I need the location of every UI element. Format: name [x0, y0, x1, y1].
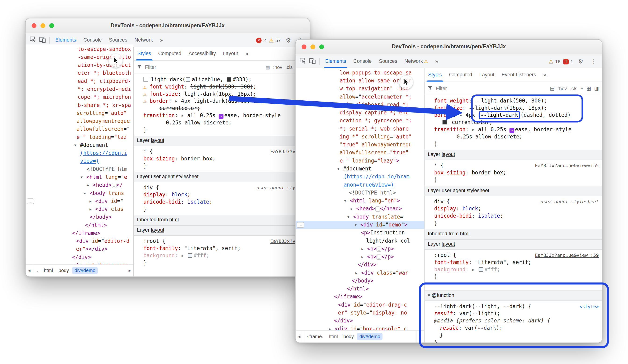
dom-tree-line[interactable]: ▸ <p>…</p> [296, 253, 424, 261]
dom-tree-line[interactable]: to-escape-sandbox [26, 45, 134, 53]
tab-console[interactable]: Console [350, 55, 375, 68]
dom-tree-line[interactable]: ▾ #document [296, 165, 424, 173]
window-titlebar[interactable]: DevTools - codepen.io/bramus/pen/EaYBJJx [26, 18, 310, 33]
warning-count[interactable]: 16 [555, 59, 560, 64]
breadcrumb-scroll-left-icon[interactable]: ◂ [26, 265, 33, 276]
more-tabs-button[interactable]: » [242, 47, 252, 61]
dom-tree-line[interactable]: </div> [26, 253, 134, 261]
class-toggle-button[interactable]: .cls [570, 86, 577, 91]
settings-gear-icon[interactable]: ⚙ [576, 58, 585, 65]
breadcrumb-scroll-right-icon[interactable]: ▸ [416, 331, 424, 343]
styles-section-header[interactable]: Layer layout [134, 225, 310, 236]
css-line[interactable]: } [434, 177, 599, 184]
dom-tree-line[interactable]: </iframe> [296, 293, 424, 301]
breadcrumb-item[interactable]: div#demo [357, 333, 383, 340]
device-toolbar-icon[interactable] [38, 36, 47, 44]
css-line[interactable]: } [434, 339, 599, 343]
rule-source-link[interactable]: user agent stylesheet [541, 198, 599, 205]
dom-tree-line[interactable]: display-capture *; enc [296, 109, 424, 117]
css-line[interactable]: unicode-bidi: isolate; [434, 212, 599, 220]
dom-tree-line[interactable]: *; serial *; web-share [296, 125, 424, 133]
css-line[interactable]: transition: ▸ all 0.25s ~ease, border-st… [434, 126, 599, 133]
tab-elements[interactable]: Elements [321, 55, 350, 68]
css-line[interactable]: background: ▸ #fff; [434, 266, 599, 273]
inspect-element-icon[interactable] [28, 36, 38, 44]
tab-event-listeners[interactable]: Event Listeners [498, 68, 540, 81]
maximize-button[interactable] [49, 23, 54, 28]
dom-tree-line[interactable]: ▸ <div clas [26, 205, 134, 213]
css-line[interactable]: transition: ▸ all 0.25s ~ease, border-st… [144, 112, 307, 119]
css-line[interactable]: display: block; [434, 205, 599, 212]
css-line[interactable]: } [434, 332, 599, 339]
styles-section-header[interactable]: Layer user agent stylesheet [134, 172, 310, 182]
css-line[interactable]: } [434, 220, 599, 227]
more-tabs-button[interactable]: » [540, 68, 550, 81]
dom-tree-line[interactable]: </html> [296, 285, 424, 293]
styles-section-header[interactable]: ▾ @function [425, 291, 602, 301]
close-button[interactable] [302, 44, 307, 49]
dom-tree-line[interactable]: e " loading="laz [26, 133, 134, 141]
layers-icon[interactable]: ▤ [265, 64, 270, 70]
styles-section-header[interactable]: Layer layout [134, 136, 310, 146]
pseudo-state-button[interactable]: :hov [558, 86, 567, 91]
dom-tree-line[interactable]: e " loading="lazy"> [296, 157, 424, 165]
tab-computed[interactable]: Computed [446, 68, 476, 81]
styles-section-header[interactable]: Layer layout [425, 239, 602, 250]
dom-tree-line[interactable]: </body> [26, 213, 134, 221]
css-line[interactable]: ⚠ font-size: light-dark(16px, 18px); [144, 90, 307, 98]
css-line[interactable]: } [144, 259, 307, 266]
css-line[interactable]: result: var(--dark); [434, 325, 599, 332]
dom-tree-line[interactable]: eter *; bluetooth [26, 69, 134, 77]
css-line[interactable]: currentcolor; [144, 105, 307, 112]
css-line[interactable]: EaYBJJx?ano…ue&view=:55* { [434, 162, 599, 169]
error-count[interactable]: 2 [263, 37, 266, 43]
dom-tree-line[interactable]: light/dark col [296, 237, 424, 245]
dom-tree-line[interactable]: <!DOCTYPE htm [26, 165, 134, 173]
dom-tree-line[interactable]: er" style="display: no [296, 309, 424, 317]
css-line[interactable]: unicode-bidi: isolate; [144, 198, 307, 206]
css-line[interactable]: currentcolor; [434, 119, 599, 126]
rule-source-link[interactable]: EaYBJJx?ano…ue&view=:59 [535, 252, 599, 259]
rule-source-link[interactable]: EaYBJJx?ano…ue&view=:55 [535, 162, 599, 169]
tab-network[interactable]: Network⚠ [401, 55, 431, 68]
minimize-button[interactable] [40, 23, 45, 28]
css-line[interactable]: } [144, 206, 307, 213]
styles-section-header[interactable]: Inherited from html [134, 215, 310, 225]
css-line[interactable]: EaYBJJx?view=:root { [144, 238, 307, 245]
dom-tree-line[interactable]: b-share *; xr-spa [26, 101, 134, 109]
dom-tree-line[interactable]: ▾ <body trans [26, 189, 134, 197]
css-line[interactable]: light-dark(aliceblue, #333); [144, 76, 307, 83]
breadcrumb-item[interactable]: html [326, 333, 340, 340]
dom-tree-line[interactable]: ▸ <div id="box-console" c [296, 325, 424, 330]
dom-tree-line[interactable]: a *; clipboard-read *; [296, 101, 424, 109]
dom-tree-line[interactable]: </iframe> [26, 229, 134, 237]
css-line[interactable]: user agent stylesheetdiv { [434, 198, 599, 205]
css-line[interactable]: EaYBJJx?ano…ue&view=:59:root { [434, 252, 599, 259]
css-line[interactable]: 0.25s allow-discrete; [144, 119, 307, 126]
css-line[interactable]: EaYBJJx?view=* { [144, 148, 307, 155]
error-badge-icon[interactable]: ✕ [256, 37, 262, 43]
dom-tree-line[interactable]: cope *; microphon [26, 93, 134, 101]
dom-tree-line[interactable]: scrolling="auto" [26, 109, 134, 117]
breadcrumb-item[interactable]: . [34, 267, 40, 274]
css-line[interactable]: font-size: --light-dark(16px, 18px); [434, 104, 599, 112]
dom-tree-line[interactable]: ▾ <html lang="en"> [296, 197, 424, 205]
more-tabs-button[interactable]: » [157, 33, 167, 47]
css-line[interactable]: ⚠ border: ▸ 4px light-dark(dashed, dotte… [144, 98, 307, 105]
styles-section-header[interactable]: Inherited from html [425, 229, 602, 239]
warning-icon[interactable]: ⚠ [549, 58, 554, 64]
tab-layout[interactable]: Layout [220, 47, 242, 61]
dom-tree-line[interactable]: ocation *; gyroscope *; [296, 117, 424, 125]
dom-tree-line[interactable]: ▸ <head>…</head> [296, 205, 424, 213]
css-line[interactable]: display: block; [144, 191, 307, 198]
dom-tree-line[interactable]: <!DOCTYPE html> [296, 189, 424, 197]
dom-tree-line[interactable]: anon=true&view=) [296, 181, 424, 189]
css-line[interactable]: <style>--light-dark(--light, --dark) { [434, 303, 599, 310]
kebab-menu-icon[interactable]: ⋮ [588, 58, 598, 65]
dom-tree-line[interactable]: </div> [296, 317, 424, 325]
breadcrumb-item[interactable]: html [41, 267, 55, 274]
dom-tree-line[interactable]: ▾ <html lang="e [26, 173, 134, 181]
dom-tree-line[interactable]: *; encrypted-medi [26, 85, 134, 93]
warning-icon[interactable]: ⚠ [269, 37, 274, 43]
tab-styles[interactable]: Styles [425, 68, 446, 81]
